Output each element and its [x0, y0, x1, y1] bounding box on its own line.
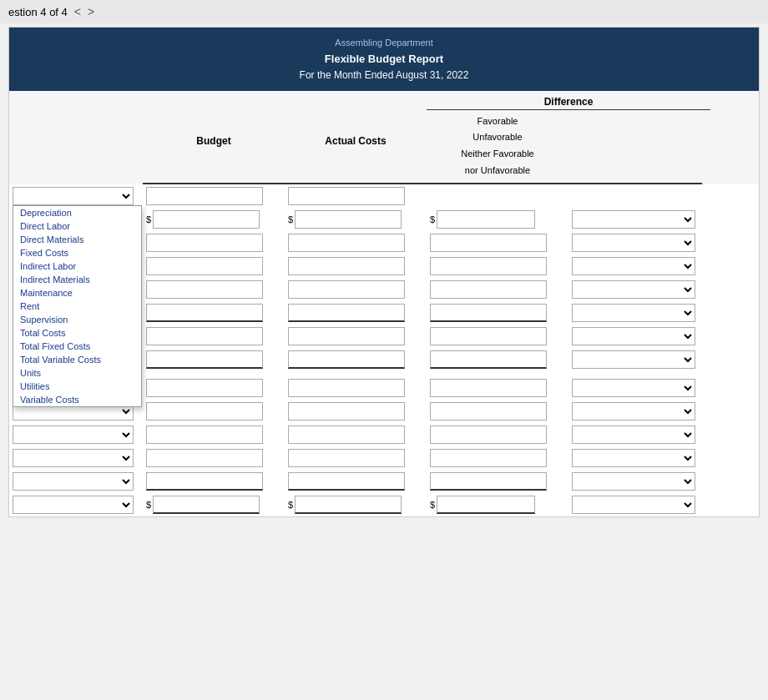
row7-diff-input[interactable] — [430, 327, 547, 345]
row12-budget-input[interactable] — [146, 449, 263, 467]
row12-label-select[interactable]: DepreciationDirect LaborDirect Materials… — [13, 449, 134, 467]
row4-actual-input[interactable] — [288, 257, 405, 275]
row13-actual-input[interactable] — [288, 472, 405, 491]
row13-label-select[interactable]: DepreciationDirect LaborDirect Materials… — [13, 472, 134, 491]
row8-actual-input[interactable] — [288, 350, 405, 369]
row9-actual-input[interactable] — [288, 379, 405, 397]
row1-label-select[interactable]: Depreciation Direct Labor Direct Materia… — [13, 187, 134, 205]
row8-budget-input[interactable] — [146, 350, 263, 369]
row13-budget-cell — [143, 471, 285, 492]
row14-actual-input[interactable] — [295, 496, 402, 514]
opt-units[interactable]: Units — [13, 366, 141, 380]
row4-diff-cell — [427, 255, 568, 277]
opt-total-fixed-costs[interactable]: Total Fixed Costs — [13, 340, 141, 353]
row9-actual-cell — [285, 377, 427, 399]
row2-actual-input[interactable] — [295, 210, 402, 229]
opt-indirect-materials[interactable]: Indirect Materials — [13, 273, 141, 286]
diff-top-header: Difference — [427, 91, 710, 110]
opt-variable-costs[interactable]: Variable Costs — [13, 393, 141, 406]
question-label: estion 4 of 4 — [8, 6, 68, 18]
row2-diff-input[interactable] — [437, 210, 535, 229]
row14-dollar-diff: $ — [430, 500, 435, 510]
row2-diff-select[interactable]: FavorableUnfavorable Neither Favorable n… — [572, 210, 695, 229]
row8-diff-type-cell: FavorableUnfavorableNeither Favorable no… — [568, 349, 702, 370]
row14-diff-input[interactable] — [437, 496, 535, 514]
row2-budget-input[interactable] — [153, 210, 260, 229]
nav-next-arrow[interactable]: > — [88, 5, 94, 18]
opt-total-costs[interactable]: Total Costs — [13, 326, 141, 340]
row11-label-select[interactable]: DepreciationDirect LaborDirect Materials… — [13, 426, 134, 444]
row7-budget-input[interactable] — [146, 327, 263, 345]
nav-prev-arrow[interactable]: < — [74, 5, 81, 18]
row11-budget-input[interactable] — [146, 426, 263, 444]
row11-actual-cell — [285, 424, 427, 446]
opt-utilities[interactable]: Utilities — [13, 380, 141, 393]
row7-actual-input[interactable] — [288, 327, 405, 345]
row10-diff-select[interactable]: FavorableUnfavorableNeither Favorable no… — [572, 402, 695, 421]
row11-diff-select[interactable]: FavorableUnfavorableNeither Favorable no… — [572, 426, 695, 444]
row5-diff-cell — [427, 279, 568, 300]
row6-diff-select[interactable]: FavorableUnfavorableNeither Favorable no… — [572, 304, 695, 322]
opt-indirect-labor[interactable]: Indirect Labor — [13, 259, 141, 273]
row14-label-select[interactable]: DepreciationDirect LaborDirect Materials… — [13, 496, 134, 514]
row13-diff-select[interactable]: FavorableUnfavorableNeither Favorable no… — [572, 472, 695, 491]
row13-diff-input[interactable] — [430, 472, 547, 491]
row6-actual-input[interactable] — [288, 304, 405, 322]
row4-budget-input[interactable] — [146, 257, 263, 275]
row1-actual-input[interactable] — [288, 187, 405, 205]
row8-diff-input[interactable] — [430, 350, 547, 369]
row10-diff-type-cell: FavorableUnfavorableNeither Favorable no… — [568, 400, 702, 422]
row4-diff-input[interactable] — [430, 257, 547, 275]
report-faded-title: Assembling Department — [14, 36, 754, 51]
row9-diff-select[interactable]: FavorableUnfavorableNeither Favorable no… — [572, 379, 695, 397]
row3-diff-input[interactable] — [430, 234, 547, 252]
row14-diff-select[interactable]: FavorableUnfavorableNeither Favorable no… — [572, 496, 695, 514]
row9-diff-input[interactable] — [430, 379, 547, 397]
h-empty-2 — [143, 91, 285, 110]
opt-direct-labor[interactable]: Direct Labor — [13, 219, 141, 233]
row1-budget-input[interactable] — [146, 187, 263, 205]
row2-dollar-diff: $ — [430, 214, 435, 224]
row9-budget-input[interactable] — [146, 379, 263, 397]
opt-maintenance[interactable]: Maintenance — [13, 286, 141, 300]
row12-actual-cell — [285, 447, 427, 469]
opt-depreciation[interactable]: Depreciation — [13, 206, 141, 219]
row3-budget-input[interactable] — [146, 234, 263, 252]
opt-direct-materials[interactable]: Direct Materials — [13, 233, 141, 246]
row8-actual-cell — [285, 349, 427, 370]
row6-diff-type-cell: FavorableUnfavorableNeither Favorable no… — [568, 302, 702, 324]
row4-budget-cell — [143, 255, 285, 277]
row2-budget-cell: $ — [143, 209, 285, 230]
row3-diff-cell — [427, 232, 568, 254]
opt-rent[interactable]: Rent — [13, 300, 141, 313]
row8-diff-select[interactable]: FavorableUnfavorableNeither Favorable no… — [572, 350, 695, 369]
row7-diff-select[interactable]: FavorableUnfavorableNeither Favorable no… — [572, 327, 695, 345]
row6-budget-input[interactable] — [146, 304, 263, 322]
row3-diff-select[interactable]: FavorableUnfavorableNeither Favorable no… — [572, 234, 695, 252]
report-main-title: Flexible Budget Report — [14, 51, 754, 68]
row7-diff-cell — [427, 325, 568, 347]
row5-diff-input[interactable] — [430, 280, 547, 299]
row11-actual-input[interactable] — [288, 426, 405, 444]
row4-diff-select[interactable]: FavorableUnfavorableNeither Favorable no… — [572, 257, 695, 275]
row11-diff-input[interactable] — [430, 426, 547, 444]
row10-actual-input[interactable] — [288, 402, 405, 421]
row3-actual-input[interactable] — [288, 234, 405, 252]
row10-diff-input[interactable] — [430, 402, 547, 421]
row12-diff-select[interactable]: FavorableUnfavorableNeither Favorable no… — [572, 449, 695, 467]
opt-total-variable-costs[interactable]: Total Variable Costs — [13, 353, 141, 366]
row5-actual-cell — [285, 279, 427, 300]
row5-actual-input[interactable] — [288, 280, 405, 299]
row10-budget-input[interactable] — [146, 402, 263, 421]
opt-supervision[interactable]: Supervision — [13, 313, 141, 326]
row13-budget-input[interactable] — [146, 472, 263, 491]
row6-diff-input[interactable] — [430, 304, 547, 322]
row5-budget-input[interactable] — [146, 280, 263, 299]
diff-opt-3: Neither Favorable — [427, 146, 568, 163]
row14-budget-input[interactable] — [153, 496, 260, 514]
row12-diff-input[interactable] — [430, 449, 547, 467]
sh-budget: Budget — [143, 110, 285, 184]
opt-fixed-costs[interactable]: Fixed Costs — [13, 246, 141, 259]
row12-actual-input[interactable] — [288, 449, 405, 467]
row5-diff-select[interactable]: FavorableUnfavorableNeither Favorable no… — [572, 280, 695, 299]
